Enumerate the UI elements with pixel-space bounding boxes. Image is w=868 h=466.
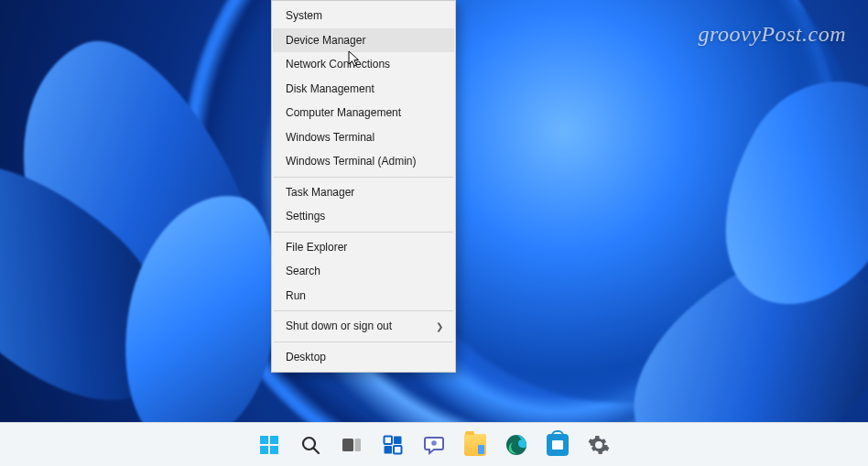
menu-item-label: System <box>286 9 322 22</box>
chevron-right-icon: ❯ <box>436 321 443 331</box>
menu-item-windows-terminal-admin[interactable]: Windows Terminal (Admin) <box>273 149 454 174</box>
menu-item-run[interactable]: Run <box>273 284 454 309</box>
menu-item-shut-down-or-sign-out[interactable]: Shut down or sign out ❯ <box>273 314 454 339</box>
menu-item-label: Task Manager <box>286 186 354 199</box>
svg-rect-7 <box>355 439 362 451</box>
svg-rect-1 <box>270 436 278 444</box>
start-icon <box>258 434 280 456</box>
menu-item-label: Run <box>286 289 306 302</box>
taskbar-widgets-button[interactable] <box>374 427 411 463</box>
chat-icon <box>423 434 445 456</box>
svg-rect-8 <box>385 436 393 444</box>
menu-separator <box>274 310 453 311</box>
menu-item-label: Windows Terminal <box>286 131 374 144</box>
menu-item-label: Shut down or sign out <box>286 320 392 332</box>
menu-item-computer-management[interactable]: Computer Management <box>273 101 454 125</box>
menu-item-task-manager[interactable]: Task Manager <box>273 180 454 205</box>
winx-context-menu: System Device Manager Network Connection… <box>271 0 456 373</box>
menu-item-label: Network Connections <box>286 58 390 70</box>
edge-icon <box>505 434 527 456</box>
menu-item-file-explorer[interactable]: File Explorer <box>273 235 454 260</box>
menu-item-system[interactable]: System <box>273 4 454 28</box>
search-icon <box>299 434 321 456</box>
svg-rect-11 <box>394 446 402 454</box>
menu-item-label: File Explorer <box>286 241 347 254</box>
svg-rect-3 <box>270 446 278 454</box>
svg-point-12 <box>431 440 437 446</box>
menu-separator <box>274 232 453 233</box>
menu-separator <box>274 177 453 178</box>
menu-item-settings[interactable]: Settings <box>273 204 454 229</box>
watermark-text: groovyPost.com <box>699 22 846 47</box>
store-icon <box>547 434 569 456</box>
task-view-icon <box>341 434 363 456</box>
taskbar-file-explorer-button[interactable] <box>457 427 494 463</box>
svg-rect-9 <box>394 436 402 444</box>
menu-item-desktop[interactable]: Desktop <box>273 345 454 370</box>
svg-rect-0 <box>260 436 268 444</box>
taskbar-chat-button[interactable] <box>416 427 452 463</box>
menu-item-label: Windows Terminal (Admin) <box>286 155 416 168</box>
taskbar-store-button[interactable] <box>539 427 576 463</box>
taskbar-task-view-button[interactable] <box>333 427 370 463</box>
menu-item-disk-management[interactable]: Disk Management <box>273 77 454 102</box>
menu-separator <box>274 341 453 342</box>
svg-line-5 <box>314 448 320 453</box>
taskbar-search-button[interactable] <box>292 427 329 463</box>
taskbar-edge-button[interactable] <box>498 427 535 463</box>
menu-item-label: Desktop <box>286 351 326 363</box>
menu-item-network-connections[interactable]: Network Connections <box>273 52 454 77</box>
svg-rect-10 <box>385 446 393 454</box>
menu-item-search[interactable]: Search <box>273 259 454 284</box>
taskbar-settings-button[interactable] <box>580 427 617 463</box>
svg-rect-2 <box>260 446 268 454</box>
menu-item-windows-terminal[interactable]: Windows Terminal <box>273 125 454 150</box>
taskbar-start-button[interactable] <box>251 427 288 463</box>
menu-item-device-manager[interactable]: Device Manager <box>273 28 454 53</box>
menu-item-label: Search <box>286 265 320 277</box>
settings-icon <box>588 434 610 456</box>
svg-rect-6 <box>342 439 353 451</box>
folder-icon <box>464 434 486 456</box>
menu-item-label: Settings <box>286 210 325 222</box>
menu-item-label: Device Manager <box>286 34 365 47</box>
menu-item-label: Computer Management <box>286 106 401 119</box>
menu-item-label: Disk Management <box>286 82 374 95</box>
widgets-icon <box>382 434 404 456</box>
taskbar <box>0 422 868 466</box>
